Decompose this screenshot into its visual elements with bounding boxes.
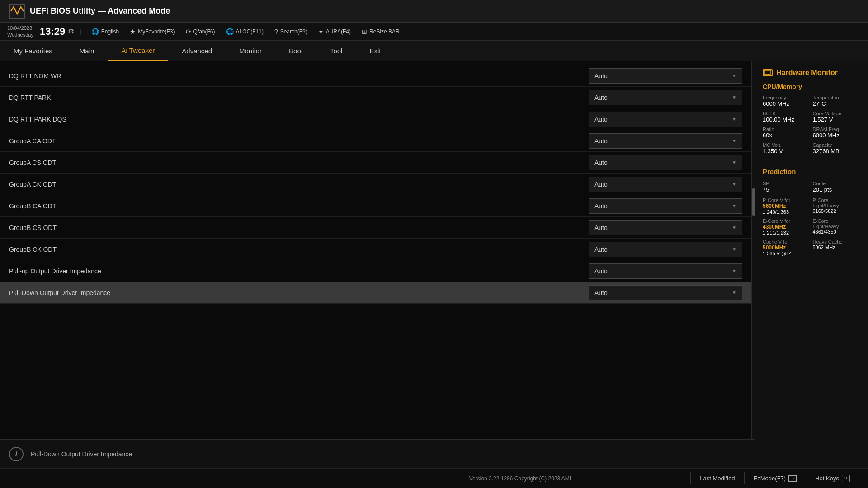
dropdown-groupa-ca-odt[interactable]: Auto ▼ xyxy=(589,133,742,149)
settings-gear-icon[interactable]: ⚙ xyxy=(68,27,74,36)
dropdown-value: Auto xyxy=(594,289,608,296)
setting-row-dq-rtt-park-dqs[interactable]: DQ RTT PARK DQS Auto ▼ xyxy=(0,108,751,130)
setting-control-groupb-ck-odt[interactable]: Auto ▼ xyxy=(589,242,742,257)
ez-mode-icon: → xyxy=(788,475,797,482)
hardware-monitor-label: Hardware Monitor xyxy=(776,69,838,77)
setting-control-groupb-cs-odt[interactable]: Auto ▼ xyxy=(589,220,742,235)
asus-logo-icon xyxy=(9,3,25,19)
setting-row-dq-rtt-park[interactable]: DQ RTT PARK Auto ▼ xyxy=(0,87,751,108)
toolbar: 10/04/2023 Wednesday 13:29 ⚙ | 🌐 English… xyxy=(0,23,868,41)
setting-row-pull-down-driver[interactable]: Pull-Down Output Driver Impedance Auto ▼ xyxy=(0,282,751,304)
dropdown-value: Auto xyxy=(594,159,608,166)
setting-label-dq-rtt-park: DQ RTT PARK xyxy=(9,94,589,101)
svg-rect-2 xyxy=(764,70,771,74)
dropdown-value: Auto xyxy=(594,246,608,253)
scrollbar[interactable] xyxy=(751,61,755,439)
ecore-v-freq: 4300MHz xyxy=(763,224,811,230)
dropdown-dq-rtt-park[interactable]: Auto ▼ xyxy=(589,90,742,105)
setting-control-groupb-ca-odt[interactable]: Auto ▼ xyxy=(589,198,742,214)
pcore-lh-value: 6168/5822 xyxy=(813,208,861,214)
setting-control-groupa-ca-odt[interactable]: Auto ▼ xyxy=(589,133,742,149)
info-bar: i Pull-Down Output Driver Impedance xyxy=(0,439,755,468)
setting-control-dq-rtt-park[interactable]: Auto ▼ xyxy=(589,90,742,105)
nav-label-my-favorites: My Favorites xyxy=(14,47,52,55)
setting-control-dq-rtt-park-dqs[interactable]: Auto ▼ xyxy=(589,112,742,127)
nav-item-monitor[interactable]: Monitor xyxy=(226,41,275,61)
setting-row-groupb-ck-odt[interactable]: GroupB CK ODT Auto ▼ xyxy=(0,239,751,260)
dropdown-arrow-icon: ▼ xyxy=(732,290,736,295)
setting-row-groupb-ca-odt[interactable]: GroupB CA ODT Auto ▼ xyxy=(0,195,751,217)
dropdown-groupa-ck-odt[interactable]: Auto ▼ xyxy=(589,177,742,192)
dropdown-dq-rtt-nom-wr[interactable]: Auto ▼ xyxy=(589,68,742,84)
metric-label-bclk: BCLK xyxy=(763,111,811,116)
dropdown-groupb-cs-odt[interactable]: Auto ▼ xyxy=(589,220,742,235)
setting-row-dq-rtt-nom-wr[interactable]: DQ RTT NOM WR Auto ▼ xyxy=(0,65,751,87)
dropdown-value: Auto xyxy=(594,202,608,210)
qfan-button[interactable]: ⟳ Qfan(F6) xyxy=(181,26,220,37)
cache-v-freq-item: Cache V for 5000MHz 1.365 V @L4 xyxy=(763,239,811,256)
last-modified-button[interactable]: Last Modified xyxy=(690,472,744,484)
footer: Version 2.22.1286 Copyright (C) 2023 AMI… xyxy=(0,468,868,488)
hot-keys-button[interactable]: Hot Keys ? xyxy=(806,472,859,485)
ecore-lh-value: 4661/4350 xyxy=(813,229,861,235)
aura-button[interactable]: ✦ AURA(F4) xyxy=(314,26,355,37)
ecore-lh-label: E-CoreLight/Heavy xyxy=(813,218,861,229)
dropdown-arrow-icon: ▼ xyxy=(732,160,736,165)
settings-content: DQ RTT NOM WR Auto ▼ DQ RTT PARK xyxy=(0,61,751,439)
time-display: 13:29 xyxy=(40,26,65,38)
nav-item-ai-tweaker[interactable]: Ai Tweaker xyxy=(108,41,168,61)
panel-divider xyxy=(763,162,861,162)
dropdown-value: Auto xyxy=(594,116,608,123)
dropdown-arrow-icon: ▼ xyxy=(732,268,736,273)
nav-item-exit[interactable]: Exit xyxy=(356,41,394,61)
setting-row-groupb-cs-odt[interactable]: GroupB CS ODT Auto ▼ xyxy=(0,217,751,239)
scrollbar-thumb[interactable] xyxy=(752,188,755,216)
metrics-grid: Frequency 6000 MHz Temperature 27°C BCLK… xyxy=(763,95,861,155)
setting-control-pull-up-driver[interactable]: Auto ▼ xyxy=(589,263,742,279)
nav-item-my-favorites[interactable]: My Favorites xyxy=(0,41,66,61)
aura-icon: ✦ xyxy=(318,28,324,35)
aura-label: AURA(F4) xyxy=(326,28,351,35)
setting-control-dq-rtt-nom-wr[interactable]: Auto ▼ xyxy=(589,68,742,84)
metric-value-mc-volt: 1.350 V xyxy=(763,148,811,155)
dropdown-groupb-ck-odt[interactable]: Auto ▼ xyxy=(589,242,742,257)
dropdown-pull-down-driver[interactable]: Auto ▼ xyxy=(589,285,742,300)
heavy-cache-item: Heavy Cache 5062 MHz xyxy=(813,239,861,256)
setting-row-groupa-ca-odt[interactable]: GroupA CA ODT Auto ▼ xyxy=(0,130,751,152)
hardware-monitor-title: Hardware Monitor xyxy=(763,69,861,77)
nav-item-tool[interactable]: Tool xyxy=(316,41,356,61)
dropdown-value: Auto xyxy=(594,94,608,101)
search-button[interactable]: ? Search(F9) xyxy=(270,26,312,37)
dropdown-arrow-icon: ▼ xyxy=(732,247,736,252)
ecore-grid: E-Core V for 4300MHz 1.211/1.232 E-CoreL… xyxy=(763,218,861,235)
language-button[interactable]: 🌐 English xyxy=(87,26,123,37)
setting-control-groupa-cs-odt[interactable]: Auto ▼ xyxy=(589,155,742,170)
dropdown-pull-up-driver[interactable]: Auto ▼ xyxy=(589,263,742,279)
nav-item-main[interactable]: Main xyxy=(66,41,108,61)
dropdown-value: Auto xyxy=(594,137,608,145)
myfavorite-button[interactable]: ★ MyFavorite(F3) xyxy=(125,26,179,37)
resizebar-button[interactable]: ⊞ ReSize BAR xyxy=(357,26,404,37)
dropdown-groupb-ca-odt[interactable]: Auto ▼ xyxy=(589,198,742,214)
aioc-button[interactable]: 🌐 AI OC(F11) xyxy=(222,26,268,37)
metric-value-core-voltage: 1.527 V xyxy=(813,116,861,123)
setting-control-pull-down-driver[interactable]: Auto ▼ xyxy=(589,285,742,300)
metric-ratio: Ratio 60x xyxy=(763,127,811,139)
ez-mode-button[interactable]: EzMode(F7) → xyxy=(744,472,806,484)
logo-area: UEFI BIOS Utility — Advanced Mode xyxy=(9,3,170,19)
setting-control-groupa-ck-odt[interactable]: Auto ▼ xyxy=(589,177,742,192)
setting-row-groupa-cs-odt[interactable]: GroupA CS ODT Auto ▼ xyxy=(0,152,751,174)
ecore-v-label: E-Core V for xyxy=(763,218,811,224)
dropdown-dq-rtt-park-dqs[interactable]: Auto ▼ xyxy=(589,112,742,127)
nav-label-monitor: Monitor xyxy=(239,47,262,55)
setting-row-groupa-ck-odt[interactable]: GroupA CK ODT Auto ▼ xyxy=(0,174,751,195)
heavy-cache-value: 5062 MHz xyxy=(813,244,861,250)
footer-right: Last Modified EzMode(F7) → Hot Keys ? xyxy=(690,472,859,485)
setting-row-pull-up-driver[interactable]: Pull-up Output Driver Impedance Auto ▼ xyxy=(0,260,751,282)
dropdown-groupa-cs-odt[interactable]: Auto ▼ xyxy=(589,155,742,170)
prediction-title: Prediction xyxy=(763,168,861,175)
nav-item-boot[interactable]: Boot xyxy=(275,41,316,61)
metric-label-frequency: Frequency xyxy=(763,95,811,100)
nav-item-advanced[interactable]: Advanced xyxy=(168,41,226,61)
nav-label-boot: Boot xyxy=(289,47,303,55)
